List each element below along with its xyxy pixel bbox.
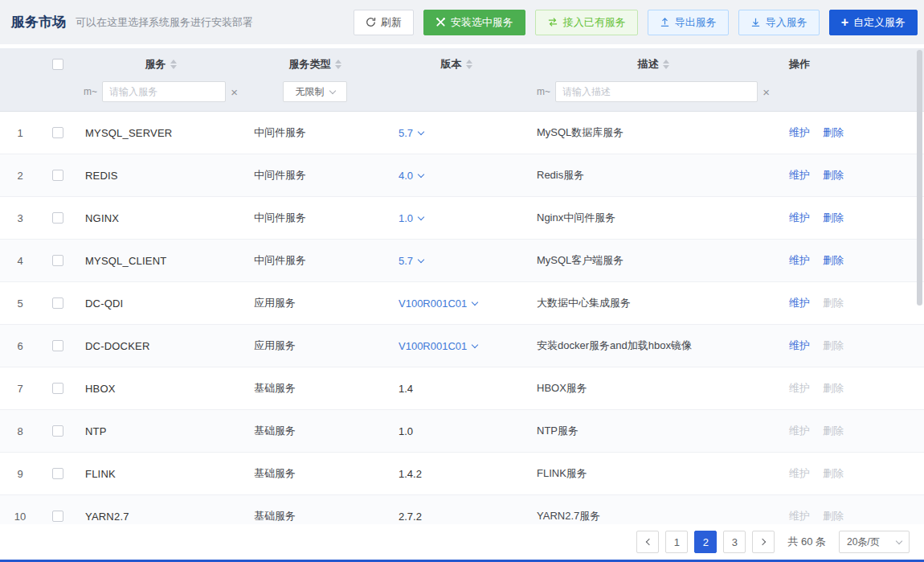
delete-link[interactable]: 删除 xyxy=(823,253,844,268)
type-filter-select[interactable]: 无限制 xyxy=(283,81,347,102)
prev-page-button[interactable] xyxy=(636,531,659,553)
version-select[interactable]: 5.7 xyxy=(399,255,423,267)
service-desc: Redis服务 xyxy=(529,168,778,183)
row-checkbox[interactable] xyxy=(52,425,63,437)
service-name: YARN2.7 xyxy=(76,511,246,523)
service-desc: NTP服务 xyxy=(529,424,778,438)
row-checkbox[interactable] xyxy=(52,340,63,351)
row-checkbox[interactable] xyxy=(52,170,63,181)
delete-link[interactable]: 删除 xyxy=(823,424,844,438)
maintain-link[interactable]: 维护 xyxy=(789,381,810,396)
desc-match-mode-selector[interactable]: m~ xyxy=(537,86,550,97)
total-count: 共 60 条 xyxy=(787,535,826,549)
next-page-button[interactable] xyxy=(752,531,775,553)
page-size-select[interactable]: 20条/页 xyxy=(839,531,910,553)
custom-service-button[interactable]: + 自定义服务 xyxy=(829,10,918,35)
vertical-scrollbar[interactable] xyxy=(917,50,922,306)
service-desc: 大数据中心集成服务 xyxy=(529,296,778,310)
type-filter: 无限制 xyxy=(246,81,384,102)
chevron-left-icon xyxy=(646,539,652,545)
action-column-header: 操作 xyxy=(778,57,924,72)
delete-link[interactable]: 删除 xyxy=(823,125,844,140)
import-services-button[interactable]: 导入服务 xyxy=(738,10,820,35)
service-name: MYSQL_SERVER xyxy=(76,127,246,139)
sort-icon[interactable] xyxy=(466,59,472,69)
maintain-link[interactable]: 维护 xyxy=(789,211,810,225)
version-select[interactable]: 4.0 xyxy=(399,170,423,182)
version-select[interactable]: V100R001C01 xyxy=(399,297,477,310)
maintain-link[interactable]: 维护 xyxy=(789,296,810,310)
service-filter-input[interactable] xyxy=(102,81,226,102)
row-index: 5 xyxy=(0,297,40,310)
delete-link[interactable]: 删除 xyxy=(823,466,844,481)
page-button-3[interactable]: 3 xyxy=(723,531,746,553)
maintain-link[interactable]: 维护 xyxy=(789,125,810,140)
service-name: DC-QDI xyxy=(76,297,246,310)
maintain-link[interactable]: 维护 xyxy=(789,168,810,183)
row-checkbox[interactable] xyxy=(52,468,63,479)
version-select[interactable]: 5.7 xyxy=(399,127,423,139)
export-services-button[interactable]: 导出服务 xyxy=(648,10,729,35)
service-name: NGINX xyxy=(76,212,246,224)
row-index: 3 xyxy=(0,212,40,224)
maintain-link[interactable]: 维护 xyxy=(789,509,810,523)
version-select[interactable]: V100R001C01 xyxy=(399,340,477,352)
delete-link[interactable]: 删除 xyxy=(823,168,844,183)
table-body: 1 MYSQL_SERVER 中间件服务 5.7 MySQL数据库服务 维护 删… xyxy=(0,112,924,538)
sort-icon[interactable] xyxy=(335,59,341,69)
row-checkbox[interactable] xyxy=(52,511,63,522)
row-index: 9 xyxy=(0,468,40,480)
row-index: 6 xyxy=(0,340,40,352)
row-index: 10 xyxy=(0,511,40,523)
table-row: 1 MYSQL_SERVER 中间件服务 5.7 MySQL数据库服务 维护 删… xyxy=(0,112,924,154)
service-type: 应用服务 xyxy=(246,296,384,310)
delete-link[interactable]: 删除 xyxy=(823,509,844,523)
row-checkbox[interactable] xyxy=(52,383,63,394)
row-checkbox[interactable] xyxy=(52,212,63,224)
maintain-link[interactable]: 维护 xyxy=(789,253,810,268)
services-table: 服务 服务类型 版本 描述 操作 xyxy=(0,48,924,538)
topbar: 服务市场 可以在这里选择系统服务进行安装部署 刷新 安装选中服务 接入已有服务 xyxy=(0,0,924,44)
connect-existing-button[interactable]: 接入已有服务 xyxy=(535,10,638,35)
service-market-page: 服务市场 可以在这里选择系统服务进行安装部署 刷新 安装选中服务 接入已有服务 xyxy=(0,0,924,562)
delete-link[interactable]: 删除 xyxy=(823,338,844,353)
maintain-link[interactable]: 维护 xyxy=(789,338,810,353)
delete-link[interactable]: 删除 xyxy=(823,211,844,225)
row-checkbox[interactable] xyxy=(52,297,63,309)
service-name: HBOX xyxy=(76,383,246,395)
version-select[interactable]: 1.0 xyxy=(399,212,423,224)
install-selected-button[interactable]: 安装选中服务 xyxy=(423,10,525,35)
select-all-checkbox[interactable] xyxy=(52,59,63,70)
service-type: 中间件服务 xyxy=(246,125,384,140)
service-column-header: 服务 xyxy=(76,57,246,72)
service-type: 基础服务 xyxy=(246,381,384,396)
maintain-link[interactable]: 维护 xyxy=(789,466,810,481)
transfer-arrows-icon xyxy=(547,17,558,27)
page-button-1[interactable]: 1 xyxy=(665,531,688,553)
sort-icon[interactable] xyxy=(663,59,669,69)
refresh-button[interactable]: 刷新 xyxy=(354,10,414,35)
service-desc: HBOX服务 xyxy=(529,381,778,396)
table-row: 9 FLINK 基础服务 1.4.2 FLINK服务 维护 删除 xyxy=(0,453,924,495)
clear-icon[interactable]: × xyxy=(231,86,238,98)
service-desc: MySQL客户端服务 xyxy=(529,253,778,268)
desc-column-header: 描述 xyxy=(529,57,778,72)
row-checkbox[interactable] xyxy=(52,127,63,138)
page-button-2[interactable]: 2 xyxy=(694,531,717,553)
chevron-down-icon xyxy=(472,341,478,347)
delete-link[interactable]: 删除 xyxy=(823,381,844,396)
desc-filter-input[interactable] xyxy=(555,81,758,102)
service-match-mode-selector[interactable]: m~ xyxy=(84,86,97,97)
import-label: 导入服务 xyxy=(766,15,807,30)
row-checkbox[interactable] xyxy=(52,255,63,266)
service-type: 基础服务 xyxy=(246,466,384,481)
service-desc: FLINK服务 xyxy=(529,466,778,481)
service-type: 应用服务 xyxy=(246,338,384,353)
delete-link[interactable]: 删除 xyxy=(823,296,844,310)
import-icon xyxy=(750,17,761,27)
chevron-down-icon xyxy=(418,256,424,262)
page-title: 服务市场 xyxy=(11,13,66,31)
sort-icon[interactable] xyxy=(170,59,177,69)
maintain-link[interactable]: 维护 xyxy=(789,424,810,438)
clear-icon[interactable]: × xyxy=(763,86,770,98)
